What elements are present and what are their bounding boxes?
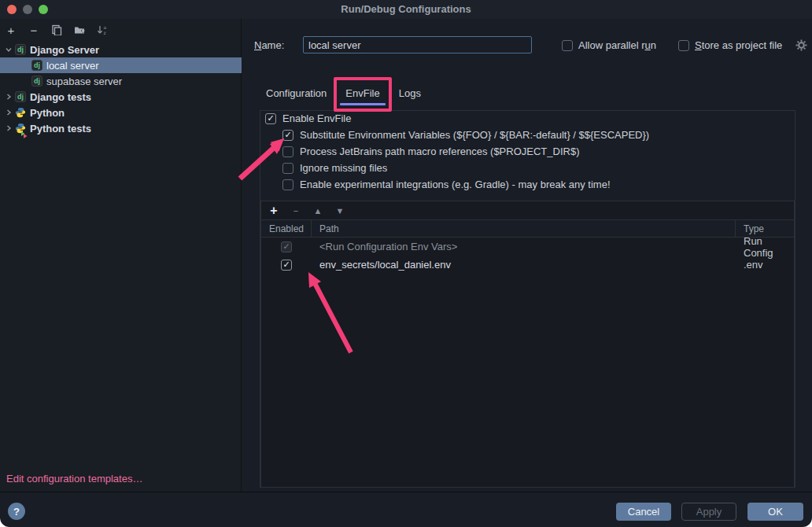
footer-separator	[0, 492, 812, 492]
tree-item-python[interactable]: Python	[0, 105, 242, 120]
move-up-icon[interactable]: ▲	[313, 206, 323, 216]
column-header-path[interactable]: Path	[312, 220, 736, 237]
tree-item-python-tests[interactable]: Python tests	[0, 120, 242, 136]
name-input[interactable]	[303, 36, 532, 53]
remove-configuration-icon[interactable]: −	[28, 24, 40, 36]
table-toolbar: + − ▲ ▼	[260, 201, 795, 219]
table-row[interactable]: env_secrets/local_daniel.env .env	[261, 256, 794, 274]
django-icon: dj	[31, 60, 42, 71]
tree-item-label: Python	[30, 107, 65, 119]
allow-parallel-run-label: Allow parallel run	[578, 39, 656, 51]
svg-text:z: z	[104, 30, 106, 35]
option-label: Enable experimental integrations (e.g. G…	[300, 179, 611, 190]
move-down-icon[interactable]: ▼	[335, 206, 345, 216]
checkbox-icon[interactable]	[562, 40, 573, 51]
chevron-right-icon[interactable]	[4, 92, 13, 101]
config-tabs: Configuration EnvFile Logs	[257, 81, 430, 105]
window-title: Run/Debug Configurations	[0, 3, 812, 15]
table-body: <Run Configuration Env Vars> Run Config …	[260, 238, 795, 488]
sort-alphabetically-icon[interactable]: az	[96, 24, 109, 36]
process-path-macros-checkbox[interactable]: Process JetBrains path macro references …	[282, 143, 649, 160]
chevron-right-icon[interactable]	[4, 123, 13, 133]
option-label: Ignore missing files	[300, 162, 387, 174]
ok-button[interactable]: OK	[747, 503, 803, 521]
enable-envfile-checkbox[interactable]: Enable EnvFile	[265, 110, 649, 127]
option-label: Substitute Environment Variables (${FOO}…	[300, 129, 649, 141]
tree-item-label: Python tests	[30, 123, 91, 135]
configurations-sidebar: + − az dj Django Server dj	[0, 19, 242, 492]
row-path: <Run Configuration Env Vars>	[312, 241, 736, 252]
store-as-project-file-checkbox[interactable]: Store as project file	[678, 39, 782, 51]
add-configuration-icon[interactable]: +	[5, 24, 17, 36]
tree-item-label: Django tests	[30, 91, 91, 103]
new-folder-icon[interactable]	[73, 24, 86, 36]
configurations-tree: dj Django Server dj local server dj supa…	[0, 42, 242, 136]
edit-configuration-templates-link[interactable]: Edit configuration templates…	[6, 473, 142, 485]
copy-configuration-icon[interactable]	[50, 24, 63, 36]
checkbox-icon[interactable]	[282, 130, 293, 141]
tree-item-label: supabase server	[46, 76, 122, 87]
sidebar-toolbar: + − az	[0, 19, 241, 41]
remove-env-file-icon[interactable]: −	[291, 206, 301, 216]
column-header-enabled[interactable]: Enabled	[261, 220, 312, 237]
python-tests-icon	[15, 123, 26, 134]
python-icon	[15, 107, 26, 118]
checkbox-icon[interactable]	[282, 146, 293, 157]
checkbox-icon[interactable]	[282, 179, 293, 190]
add-env-file-icon[interactable]: +	[269, 204, 279, 218]
django-tests-icon: dj	[15, 91, 26, 102]
row-type: .env	[736, 259, 794, 271]
django-icon: dj	[15, 44, 26, 55]
apply-button[interactable]: Apply	[681, 503, 736, 521]
table-header: Enabled Path Type	[260, 219, 795, 238]
substitute-env-vars-checkbox[interactable]: Substitute Environment Variables (${FOO}…	[282, 127, 649, 143]
experimental-integrations-checkbox[interactable]: Enable experimental integrations (e.g. G…	[282, 176, 649, 193]
tree-item-supabase-server[interactable]: dj supabase server	[0, 73, 242, 89]
tab-label: Logs	[399, 87, 421, 99]
tab-label: Configuration	[266, 87, 327, 99]
table-row[interactable]: <Run Configuration Env Vars> Run Config	[261, 238, 794, 256]
row-type: Run Config	[736, 235, 794, 259]
active-tab-underline	[340, 103, 385, 105]
tree-item-local-server[interactable]: dj local server	[0, 57, 242, 73]
tab-label: EnvFile	[345, 87, 379, 99]
help-button[interactable]: ?	[8, 503, 25, 520]
allow-parallel-run-checkbox[interactable]: Allow parallel run	[562, 39, 656, 51]
option-label: Enable EnvFile	[282, 112, 351, 124]
chevron-right-icon[interactable]	[4, 108, 13, 117]
cancel-button[interactable]: Cancel	[616, 503, 671, 521]
env-files-table: + − ▲ ▼ Enabled Path Type <Run Configura…	[260, 201, 795, 488]
tab-envfile[interactable]: EnvFile	[336, 81, 389, 105]
store-as-project-file-label: Store as project file	[695, 39, 782, 51]
checkbox-icon[interactable]	[281, 260, 292, 271]
tab-configuration[interactable]: Configuration	[257, 81, 336, 105]
checkbox-icon[interactable]	[678, 40, 689, 51]
option-label: Process JetBrains path macro references …	[300, 146, 579, 157]
checkbox-icon[interactable]	[282, 163, 293, 174]
titlebar: Run/Debug Configurations	[0, 0, 812, 19]
chevron-down-icon[interactable]	[4, 45, 13, 54]
checkbox-icon[interactable]	[265, 113, 276, 124]
ignore-missing-files-checkbox[interactable]: Ignore missing files	[282, 160, 649, 176]
tree-item-django-server[interactable]: dj Django Server	[0, 42, 242, 57]
name-label: Name:	[254, 39, 284, 51]
tree-item-django-tests[interactable]: dj Django tests	[0, 89, 242, 105]
gear-icon[interactable]	[795, 39, 807, 51]
run-debug-configurations-dialog: Run/Debug Configurations + − az dj Djang…	[0, 0, 812, 527]
row-path: env_secrets/local_daniel.env	[312, 259, 736, 271]
checkbox-icon	[281, 241, 292, 252]
tree-item-label: Django Server	[30, 44, 99, 56]
django-icon: dj	[31, 76, 42, 87]
envfile-options: Enable EnvFile Substitute Environment Va…	[265, 110, 649, 193]
tree-item-label: local server	[46, 60, 98, 72]
tab-logs[interactable]: Logs	[389, 81, 430, 105]
